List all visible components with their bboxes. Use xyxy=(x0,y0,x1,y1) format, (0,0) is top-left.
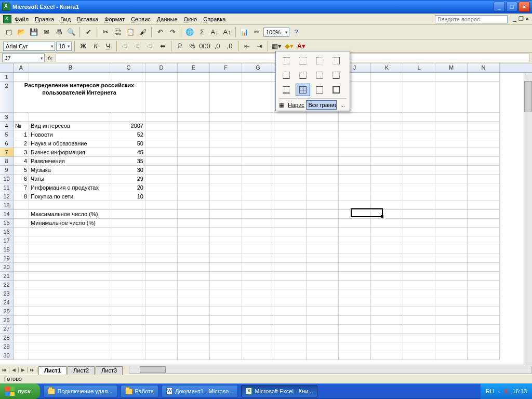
cell[interactable] xyxy=(210,148,242,157)
cell[interactable] xyxy=(468,334,500,342)
cell[interactable] xyxy=(274,157,307,166)
tab-nav-next-icon[interactable]: ▶ xyxy=(19,367,28,373)
cell[interactable] xyxy=(468,263,500,272)
row-header[interactable]: 3 xyxy=(0,113,14,122)
border-top-bottom[interactable] xyxy=(312,69,327,82)
cell[interactable] xyxy=(145,351,178,360)
taskbar-item-4[interactable]: Microsoft Excel - Кни... xyxy=(241,385,317,397)
cell[interactable] xyxy=(274,228,307,236)
merge-center-icon[interactable]: ⬌ xyxy=(157,41,168,52)
start-button[interactable]: пуск xyxy=(0,383,40,399)
col-G[interactable]: G xyxy=(242,63,274,72)
cell[interactable] xyxy=(435,263,468,272)
cell[interactable] xyxy=(435,73,468,82)
cell[interactable] xyxy=(242,175,274,183)
cell[interactable] xyxy=(14,342,29,351)
cell[interactable] xyxy=(307,157,339,166)
cell[interactable] xyxy=(178,139,210,148)
col-A[interactable]: A xyxy=(14,63,29,72)
cell[interactable]: Музыка xyxy=(29,166,112,175)
cell[interactable] xyxy=(274,219,307,228)
cell[interactable] xyxy=(307,122,339,130)
cell[interactable] xyxy=(178,289,210,298)
cell[interactable] xyxy=(307,298,339,307)
cell[interactable] xyxy=(468,281,500,289)
cell[interactable] xyxy=(468,82,500,113)
cell[interactable] xyxy=(242,130,274,139)
cell[interactable] xyxy=(210,281,242,289)
cell[interactable] xyxy=(242,210,274,219)
cell[interactable] xyxy=(435,289,468,298)
lang-indicator[interactable]: RU xyxy=(486,388,494,394)
bold-button[interactable]: Ж xyxy=(77,41,89,52)
cell[interactable] xyxy=(435,228,468,236)
row-header[interactable]: 30 xyxy=(0,351,14,360)
cell[interactable]: 50 xyxy=(112,139,145,148)
cell[interactable] xyxy=(29,281,112,289)
preview-icon[interactable]: 🔍 xyxy=(65,26,77,38)
cell[interactable] xyxy=(371,325,403,334)
cell[interactable] xyxy=(307,245,339,254)
cell[interactable] xyxy=(178,210,210,219)
cell[interactable] xyxy=(112,316,145,325)
cell[interactable] xyxy=(435,325,468,334)
cell[interactable] xyxy=(468,183,500,192)
cell[interactable] xyxy=(435,254,468,263)
cell[interactable] xyxy=(307,316,339,325)
help-search-input[interactable] xyxy=(435,15,508,23)
cell[interactable] xyxy=(145,228,178,236)
cell[interactable] xyxy=(242,236,274,245)
cell[interactable] xyxy=(339,166,371,175)
cell[interactable] xyxy=(307,334,339,342)
cell[interactable] xyxy=(29,334,112,342)
cell[interactable] xyxy=(210,73,242,82)
cell[interactable] xyxy=(145,82,178,113)
row-header[interactable]: 16 xyxy=(0,228,14,236)
row-header[interactable]: 4 xyxy=(0,122,14,130)
cell[interactable] xyxy=(145,236,178,245)
cell[interactable] xyxy=(242,351,274,360)
cell[interactable] xyxy=(339,245,371,254)
row-header[interactable]: 13 xyxy=(0,201,14,210)
cell[interactable] xyxy=(178,316,210,325)
cell[interactable] xyxy=(29,351,112,360)
cell[interactable] xyxy=(210,272,242,281)
cell[interactable] xyxy=(210,82,242,113)
doc-restore-button[interactable]: ❐ xyxy=(518,16,524,22)
cell[interactable] xyxy=(403,201,435,210)
cell[interactable] xyxy=(403,307,435,316)
col-C[interactable]: C xyxy=(112,63,145,72)
cell[interactable] xyxy=(307,113,339,122)
cell[interactable] xyxy=(468,325,500,334)
cell[interactable] xyxy=(242,113,274,122)
cell[interactable] xyxy=(178,325,210,334)
cell[interactable] xyxy=(112,351,145,360)
cell[interactable] xyxy=(242,139,274,148)
cell[interactable] xyxy=(403,219,435,228)
cell[interactable] xyxy=(403,334,435,342)
cell[interactable] xyxy=(435,334,468,342)
cut-icon[interactable]: ✂ xyxy=(100,26,111,38)
cell[interactable] xyxy=(112,219,145,228)
cell[interactable] xyxy=(371,192,403,201)
cell[interactable] xyxy=(145,148,178,157)
cell[interactable] xyxy=(178,130,210,139)
redo-icon[interactable]: ↷ xyxy=(167,26,178,38)
cell[interactable] xyxy=(242,183,274,192)
heading-cell[interactable]: Распределение интересов российских польз… xyxy=(14,82,145,113)
clock[interactable]: 16:13 xyxy=(512,388,527,394)
tab-nav-prev-icon[interactable]: ◀ xyxy=(9,367,19,373)
cell[interactable]: Чаты xyxy=(29,175,112,183)
cell[interactable] xyxy=(145,73,178,82)
cell[interactable]: Минимальное число (%) xyxy=(29,219,112,228)
cell[interactable] xyxy=(371,130,403,139)
cell[interactable]: № xyxy=(14,122,29,130)
sheet-tab-1[interactable]: Лист1 xyxy=(38,366,66,375)
cell[interactable]: 3 xyxy=(14,148,29,157)
cell[interactable] xyxy=(14,210,29,219)
inc-indent-icon[interactable]: ⇥ xyxy=(254,41,265,52)
cell[interactable] xyxy=(371,219,403,228)
cell[interactable]: Вид интересов xyxy=(29,122,112,130)
cell[interactable] xyxy=(242,289,274,298)
cell[interactable] xyxy=(339,272,371,281)
